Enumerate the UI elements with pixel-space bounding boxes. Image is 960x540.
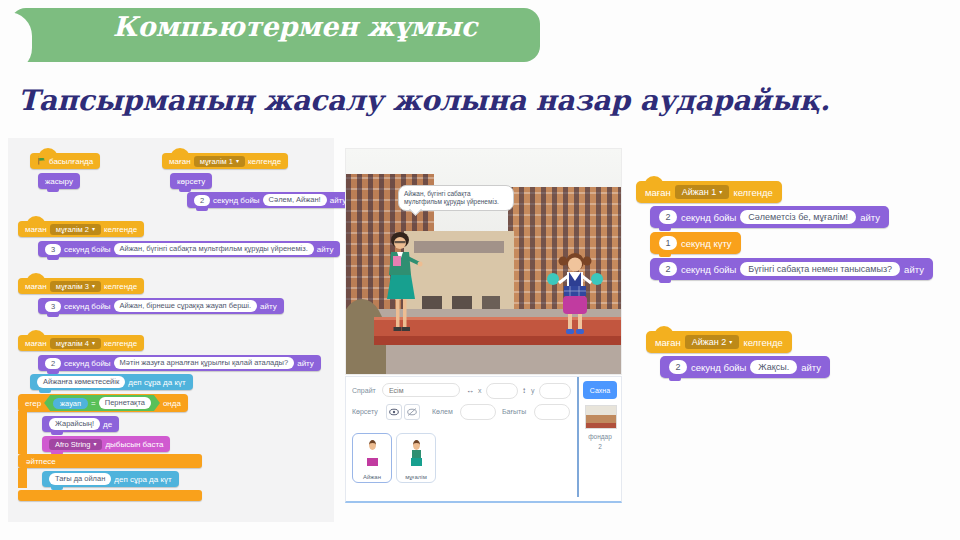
size-label: Көлем bbox=[432, 408, 453, 415]
say-for-seconds-block[interactable]: 2 секунд бойы Бүгінгі сабақта немен таны… bbox=[650, 258, 933, 280]
show-sprite-button[interactable] bbox=[386, 404, 402, 420]
slide: Компьютермен жұмыс Тапсырманың жасалу жо… bbox=[0, 0, 960, 540]
horizontal-arrows-icon: ↔ bbox=[466, 386, 474, 395]
message-dropdown[interactable]: мұғалім 1▾ bbox=[194, 156, 245, 167]
seconds-input[interactable]: 3 bbox=[45, 244, 61, 255]
message-dropdown[interactable]: мұғалім 2▾ bbox=[50, 224, 101, 235]
seconds-input[interactable]: 2 bbox=[659, 262, 677, 276]
page-title: Тапсырманың жасалу жолына назар аударайы… bbox=[18, 84, 830, 117]
teacher-sprite-thumbnail bbox=[410, 440, 422, 466]
scratch-stage[interactable]: Айжан, бүгінгі сабақта мультфильм құруды… bbox=[345, 148, 622, 375]
message-input[interactable]: Айжан, бірнеше сұраққа жауап берші. bbox=[114, 300, 257, 312]
dropdown-arrow-icon: ▾ bbox=[729, 339, 732, 345]
y-position-input[interactable] bbox=[539, 383, 571, 399]
sprite-panel: Спрайт ↔ x ↕ y Көрсету Көлем Бағыты Айжа… bbox=[345, 376, 622, 503]
show-label: Көрсету bbox=[352, 408, 378, 415]
when-flag-clicked-block[interactable]: басылғанда bbox=[30, 153, 100, 169]
else-arm[interactable]: әйтпесе bbox=[18, 454, 202, 468]
answer-reporter[interactable]: жауап bbox=[53, 398, 88, 409]
sprite-label: Спрайт bbox=[352, 387, 376, 394]
when-receive-block[interactable]: маған мұғалім 4▾ келгенде bbox=[18, 335, 144, 351]
eye-icon bbox=[389, 408, 399, 416]
backdrops-label: фондар bbox=[579, 433, 621, 440]
seconds-input[interactable]: 2 bbox=[194, 195, 210, 206]
message-dropdown[interactable]: мұғалім 3▾ bbox=[50, 281, 101, 292]
direction-input[interactable] bbox=[534, 404, 570, 420]
seconds-input[interactable]: 3 bbox=[45, 301, 61, 312]
seconds-input[interactable]: 2 bbox=[669, 360, 687, 374]
seconds-input[interactable]: 1 bbox=[659, 236, 677, 250]
show-block[interactable]: көрсету bbox=[170, 173, 212, 189]
when-receive-block[interactable]: маған мұғалім 3▾ келгенде bbox=[18, 278, 144, 294]
message-dropdown[interactable]: Айжан 1▾ bbox=[675, 185, 730, 199]
say-for-seconds-block[interactable]: 2 секунд бойы Сәлем, Айжан! айту bbox=[187, 192, 353, 208]
speech-bubble: Айжан, бүгінгі сабақта мультфильм құруды… bbox=[398, 185, 514, 211]
ask-and-wait-block[interactable]: Тағы да ойлан деп сұра да күт bbox=[42, 471, 179, 487]
girl-sprite[interactable] bbox=[546, 251, 604, 343]
eye-slash-icon bbox=[407, 408, 417, 416]
if-then-block[interactable]: егер жауап = Пернетақта онда bbox=[18, 394, 188, 412]
x-label: x bbox=[478, 387, 482, 394]
message-input[interactable]: Мәтін жазуға арналған құрылғы қалай атал… bbox=[114, 357, 295, 369]
when-receive-block[interactable]: маған мұғалім 2▾ келгенде bbox=[18, 221, 144, 237]
when-receive-block[interactable]: маған Айжан 2▾ келгенде bbox=[646, 331, 792, 353]
say-for-seconds-block[interactable]: 2 секунд бойы Мәтін жазуға арналған құры… bbox=[38, 355, 321, 371]
start-sound-block[interactable]: Afro String▾ дыбысын баста bbox=[42, 436, 170, 452]
dropdown-arrow-icon: ▾ bbox=[93, 441, 96, 447]
x-position-input[interactable] bbox=[486, 383, 518, 399]
sound-dropdown[interactable]: Afro String▾ bbox=[49, 439, 102, 450]
message-input[interactable]: Жақсы. bbox=[750, 360, 797, 374]
backdrop-thumbnail[interactable] bbox=[585, 405, 617, 429]
vertical-arrows-icon: ↕ bbox=[522, 386, 526, 395]
sprite-name-input[interactable] bbox=[382, 383, 460, 397]
hide-sprite-button[interactable] bbox=[404, 404, 420, 420]
when-receive-block[interactable]: маған мұғалім 1▾ келгенде bbox=[162, 153, 288, 169]
if-block-close bbox=[18, 490, 202, 501]
else-block-spine bbox=[18, 468, 27, 488]
seconds-input[interactable]: 2 bbox=[45, 358, 61, 369]
dropdown-arrow-icon: ▾ bbox=[92, 283, 95, 289]
y-label: y bbox=[531, 387, 535, 394]
hide-block[interactable]: жасыру bbox=[38, 173, 80, 189]
sprite-card-aizhan[interactable]: Айжан bbox=[352, 433, 392, 483]
message-input[interactable]: Айжан, бүгінгі сабақта мультфильм құруды… bbox=[114, 243, 314, 255]
if-block-spine bbox=[18, 411, 27, 454]
compare-value-input[interactable]: Пернетақта bbox=[99, 397, 151, 409]
message-input[interactable]: Бүгінгі сабақта немен танысамыз? bbox=[740, 262, 900, 276]
message-input[interactable]: Жарайсың! bbox=[49, 418, 100, 430]
size-input[interactable] bbox=[460, 404, 496, 420]
window-band bbox=[414, 241, 504, 253]
seconds-input[interactable]: 2 bbox=[659, 210, 677, 224]
say-for-seconds-block[interactable]: 2 секунд бойы Сәлеметсіз бе, мұғалім! ай… bbox=[650, 206, 889, 228]
message-input[interactable]: Сәлем, Айжан! bbox=[263, 194, 327, 206]
dropdown-arrow-icon: ▾ bbox=[92, 340, 95, 346]
teacher-sprite[interactable] bbox=[381, 231, 423, 343]
dropdown-arrow-icon: ▾ bbox=[719, 189, 722, 195]
message-input[interactable]: Сәлеметсіз бе, мұғалім! bbox=[740, 210, 856, 224]
banner-title: Компьютермен жұмыс bbox=[70, 11, 520, 42]
equals-operator[interactable]: жауап = Пернетақта bbox=[44, 395, 160, 411]
message-dropdown[interactable]: мұғалім 4▾ bbox=[50, 338, 101, 349]
message-dropdown[interactable]: Айжан 2▾ bbox=[685, 335, 740, 349]
banner-notch-decoration bbox=[0, 12, 32, 72]
green-flag-icon bbox=[37, 156, 46, 167]
question-input[interactable]: Айжанға көмектесейік bbox=[37, 376, 125, 388]
backdrops-count: 2 bbox=[579, 443, 621, 450]
direction-label: Бағыты bbox=[502, 408, 526, 415]
say-block[interactable]: Жарайсың! де bbox=[42, 416, 119, 432]
dropdown-arrow-icon: ▾ bbox=[236, 158, 239, 164]
wait-seconds-block[interactable]: 1 секунд күту bbox=[650, 232, 741, 254]
dropdown-arrow-icon: ▾ bbox=[92, 226, 95, 232]
sprite-card-teacher[interactable]: мұғалім bbox=[396, 433, 436, 483]
say-for-seconds-block[interactable]: 2 секунд бойы Жақсы. айту bbox=[660, 356, 830, 378]
question-input[interactable]: Тағы да ойлан bbox=[49, 473, 111, 485]
girl-sprite-thumbnail bbox=[366, 440, 378, 466]
say-for-seconds-block[interactable]: 3 секунд бойы Айжан, бірнеше сұраққа жау… bbox=[38, 298, 284, 314]
when-receive-block[interactable]: маған Айжан 1▾ келгенде bbox=[636, 181, 782, 203]
say-for-seconds-block[interactable]: 3 секунд бойы Айжан, бүгінгі сабақта мул… bbox=[38, 241, 340, 257]
ask-and-wait-block[interactable]: Айжанға көмектесейік деп сұра да күт bbox=[30, 374, 193, 390]
stage-tab[interactable]: Сахна bbox=[583, 381, 617, 399]
